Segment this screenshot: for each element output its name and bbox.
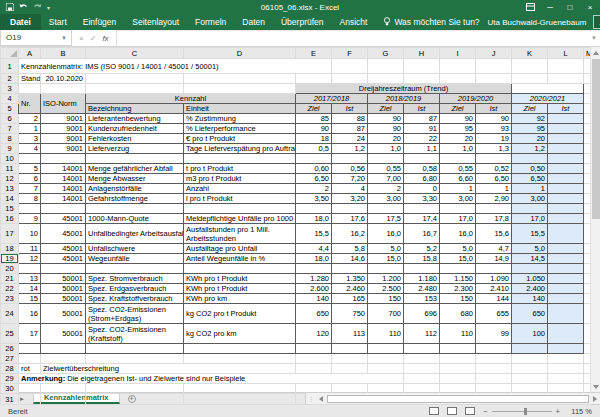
cell-value[interactable]: 2.600 [296, 284, 332, 294]
ribbon-tab-daten[interactable]: Daten [234, 14, 273, 30]
cell-value[interactable]: 95 [440, 124, 476, 134]
cell-value[interactable] [440, 154, 476, 164]
scroll-left-icon[interactable] [316, 396, 326, 402]
cell[interactable] [476, 364, 512, 374]
row-header-12[interactable]: 12 [1, 174, 19, 184]
cell-value[interactable]: 2.410 [476, 284, 512, 294]
cell-nr[interactable]: 11 [19, 244, 41, 254]
cell-nr[interactable]: 4 [19, 144, 41, 154]
cell-value[interactable]: 22 [404, 134, 440, 144]
cell-bezeichnung[interactable]: Fehlerkosten [86, 134, 184, 144]
cell-value[interactable] [476, 204, 512, 214]
cell-einheit[interactable]: kg CO2 pro t Produkt [184, 304, 296, 324]
cell[interactable] [41, 354, 86, 364]
cell-value[interactable] [548, 224, 584, 244]
cell-value[interactable] [296, 154, 332, 164]
cell-nr[interactable] [19, 264, 41, 274]
cell-value[interactable]: 7,00 [368, 174, 404, 184]
select-all-corner[interactable] [1, 48, 19, 59]
cell[interactable] [404, 59, 440, 74]
cell-value[interactable]: 17,0 [440, 214, 476, 224]
cell-value[interactable]: 17,5 [368, 214, 404, 224]
zoom-percent[interactable]: 115 % [568, 407, 592, 416]
cell[interactable] [440, 59, 476, 74]
zoom-slider-thumb[interactable] [524, 408, 527, 415]
cell-value[interactable]: 0,60 [296, 164, 332, 174]
cell-value[interactable] [548, 244, 584, 254]
cell-value[interactable]: 0,52 [476, 164, 512, 174]
page-layout-view-icon[interactable] [447, 407, 457, 415]
cell-value[interactable]: 113 [332, 324, 368, 344]
cell[interactable] [440, 74, 476, 84]
ribbon-tab-überprüfen[interactable]: Überprüfen [273, 14, 332, 30]
cell-value[interactable] [548, 204, 584, 214]
cell-value[interactable]: 16,0 [368, 224, 404, 244]
cell-value[interactable]: 5,8 [332, 244, 368, 254]
cell-bezeichnung[interactable]: Menge gefährlicher Abfall [86, 164, 184, 174]
cell[interactable] [19, 384, 41, 394]
cell-bezeichnung[interactable]: 1000-Mann-Quote [86, 214, 184, 224]
row-header-10[interactable]: 10 [1, 154, 19, 164]
cell-value[interactable]: 0,55 [440, 164, 476, 174]
cell-einheit[interactable] [184, 264, 296, 274]
cell-value[interactable]: 1 [440, 184, 476, 194]
cell-value[interactable]: 7,20 [332, 174, 368, 184]
cell-value[interactable]: 6,50 [296, 174, 332, 184]
cell-value[interactable]: 20 [512, 134, 548, 144]
cell[interactable] [332, 364, 368, 374]
row-header-22[interactable]: 22 [1, 284, 19, 294]
row-header-15[interactable]: 15 [1, 204, 19, 214]
cell-bezeichnung[interactable]: Unfallschwere [86, 244, 184, 254]
cell-einheit[interactable] [184, 154, 296, 164]
cell[interactable] [19, 84, 41, 94]
cell-value[interactable] [548, 214, 584, 224]
cell-value[interactable]: 15,6 [476, 224, 512, 244]
cell[interactable] [404, 364, 440, 374]
cell-bezeichnung[interactable]: Wegeunfälle [86, 254, 184, 264]
cell[interactable] [404, 74, 440, 84]
cell-einheit[interactable]: kg CO2 pro km [184, 324, 296, 344]
cell-value[interactable]: 2.500 [368, 284, 404, 294]
cell-iso[interactable] [41, 264, 86, 274]
cell-nr[interactable]: 5 [19, 164, 41, 174]
cell-value[interactable]: 5,0 [440, 244, 476, 254]
cell-value[interactable] [548, 254, 584, 264]
cell-value[interactable]: 1,0 [440, 144, 476, 154]
row-header-28[interactable]: 28 [1, 364, 19, 374]
cell-value[interactable]: 4,7 [476, 244, 512, 254]
cell-value[interactable]: 14,5 [512, 254, 548, 264]
cell-value[interactable]: 140 [512, 294, 548, 304]
cell-bezeichnung[interactable]: Unfallbedingter Arbeitsausfall [86, 224, 184, 244]
cell-value[interactable]: 680 [440, 304, 476, 324]
header-bezeichnung[interactable]: Bezeichnung [86, 104, 184, 114]
cell[interactable] [86, 384, 184, 394]
cell-bezeichnung[interactable]: Menge Abwasser [86, 174, 184, 184]
column-header-H[interactable]: H [404, 48, 440, 59]
cell-iso[interactable]: 14001 [41, 184, 86, 194]
cell-value[interactable]: 1.090 [476, 274, 512, 284]
cell-einheit[interactable]: Anzahl [184, 184, 296, 194]
cell-value[interactable] [404, 344, 440, 354]
scroll-down-icon[interactable] [591, 381, 600, 392]
vertical-scrollbar[interactable] [590, 47, 600, 392]
cell[interactable] [476, 59, 512, 74]
cell-bezeichnung[interactable] [86, 204, 184, 214]
row-header-27[interactable]: 27 [1, 354, 19, 364]
cell-value[interactable]: 5,2 [404, 244, 440, 254]
cell-value[interactable]: 0 [404, 184, 440, 194]
cell-nr[interactable]: 12 [19, 254, 41, 264]
cell-bezeichnung[interactable]: Spez. Kraftstoffverbrauch [86, 294, 184, 304]
trend-header[interactable]: Dreijahreszeitraum (Trend) [296, 84, 512, 94]
cell-value[interactable]: 18,0 [296, 254, 332, 264]
header-period-2018-2019[interactable]: 2018/2019 [368, 94, 440, 104]
cell[interactable] [41, 384, 86, 394]
cell[interactable] [476, 384, 512, 394]
cell-value[interactable]: 112 [404, 324, 440, 344]
cell-value[interactable]: 165 [332, 294, 368, 304]
cell-value[interactable] [548, 274, 584, 284]
cell[interactable] [184, 74, 296, 84]
cell-value[interactable]: 14,9 [476, 254, 512, 264]
cell-nr[interactable]: 6 [19, 174, 41, 184]
cell-value[interactable]: 90 [296, 124, 332, 134]
cell-value[interactable]: 90 [368, 114, 404, 124]
